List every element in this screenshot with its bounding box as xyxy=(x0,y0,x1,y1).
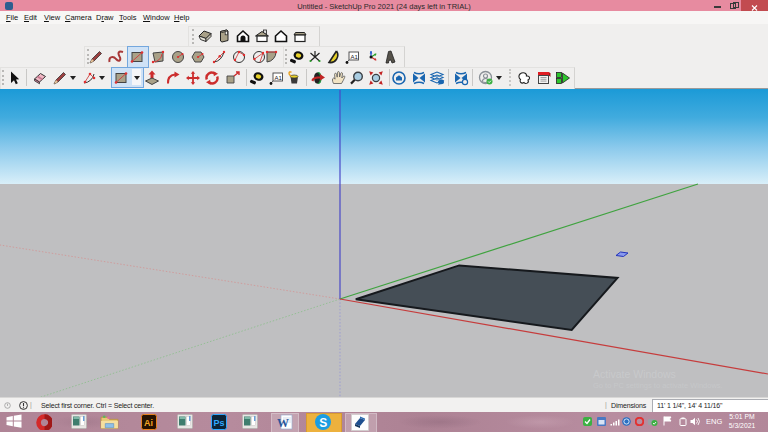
svg-text:A1: A1 xyxy=(275,75,283,81)
svg-text:Ps: Ps xyxy=(214,418,225,428)
svg-text:A1: A1 xyxy=(351,54,359,60)
svg-text:S: S xyxy=(319,416,327,430)
svg-text:Ai: Ai xyxy=(144,418,153,428)
svg-text:Activate Windows: Activate Windows xyxy=(593,368,676,380)
svg-text:Go to PC settings to activate: Go to PC settings to activate Windows. xyxy=(593,381,723,390)
svg-text:W: W xyxy=(277,416,289,430)
